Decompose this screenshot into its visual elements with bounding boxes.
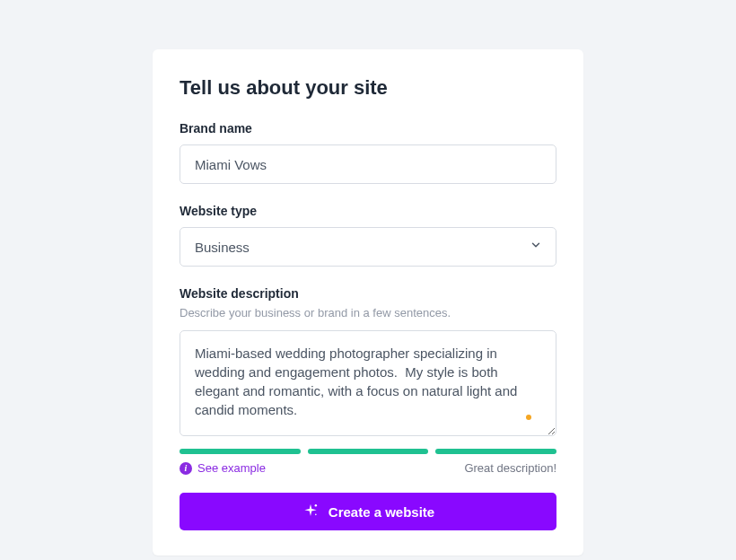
brand-name-label: Brand name xyxy=(180,121,556,136)
feedback-row: i See example Great description! xyxy=(180,461,556,475)
description-field: Website description Describe your busine… xyxy=(180,286,556,440)
description-textarea[interactable] xyxy=(180,330,556,436)
see-example-link[interactable]: i See example xyxy=(180,461,266,475)
progress-segment-3 xyxy=(435,449,556,454)
page-title: Tell us about your site xyxy=(180,76,556,100)
status-dot-icon xyxy=(526,415,531,420)
website-type-select[interactable]: Business xyxy=(180,227,556,267)
description-hint: Describe your business or brand in a few… xyxy=(180,306,556,319)
textarea-wrapper xyxy=(180,330,556,440)
description-strength-meter xyxy=(180,449,556,454)
website-type-label: Website type xyxy=(180,204,556,218)
progress-segment-2 xyxy=(308,449,429,454)
website-type-select-wrapper: Business xyxy=(180,227,556,267)
create-website-button[interactable]: Create a website xyxy=(180,493,556,530)
see-example-text: See example xyxy=(197,461,266,475)
brand-name-field: Brand name xyxy=(180,121,556,184)
website-type-field: Website type Business xyxy=(180,204,556,267)
feedback-message: Great description! xyxy=(464,461,556,475)
sparkle-icon xyxy=(302,503,320,521)
svg-point-0 xyxy=(314,504,317,507)
svg-point-1 xyxy=(315,514,317,516)
create-button-label: Create a website xyxy=(329,504,434,520)
site-setup-card: Tell us about your site Brand name Websi… xyxy=(153,49,583,556)
brand-name-input[interactable] xyxy=(180,144,556,184)
description-label: Website description xyxy=(180,286,556,301)
info-icon: i xyxy=(180,462,192,475)
progress-segment-1 xyxy=(180,449,301,454)
